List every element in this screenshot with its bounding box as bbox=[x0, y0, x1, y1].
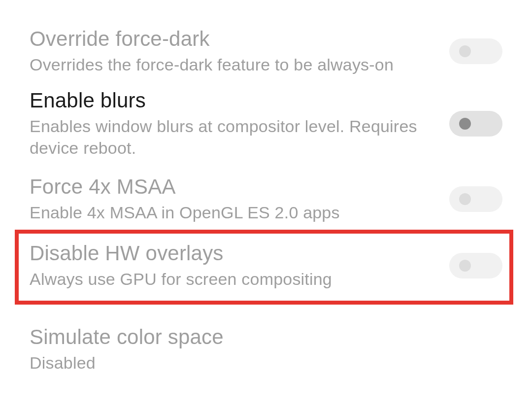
setting-row-enable-blurs[interactable]: Enable blurs Enables window blurs at com… bbox=[0, 89, 532, 159]
toggle-override-force-dark[interactable] bbox=[449, 38, 502, 64]
setting-title: Disable HW overlays bbox=[30, 242, 434, 265]
setting-subtitle: Disabled bbox=[30, 352, 502, 374]
toggle-force-4x-msaa[interactable] bbox=[449, 186, 502, 212]
setting-subtitle: Enables window blurs at compositor level… bbox=[30, 115, 434, 159]
setting-row-force-4x-msaa[interactable]: Force 4x MSAA Enable 4x MSAA in OpenGL E… bbox=[0, 175, 532, 223]
setting-text: Force 4x MSAA Enable 4x MSAA in OpenGL E… bbox=[30, 175, 434, 223]
setting-text: Enable blurs Enables window blurs at com… bbox=[30, 89, 434, 159]
toggle-knob bbox=[459, 45, 471, 57]
setting-subtitle: Always use GPU for screen compositing bbox=[30, 268, 434, 290]
setting-subtitle: Overrides the force-dark feature to be a… bbox=[30, 54, 434, 75]
setting-row-override-force-dark[interactable]: Override force-dark Overrides the force-… bbox=[0, 27, 532, 75]
setting-text: Override force-dark Overrides the force-… bbox=[30, 27, 434, 75]
toggle-enable-blurs[interactable] bbox=[449, 111, 502, 137]
toggle-knob bbox=[459, 260, 471, 272]
setting-title: Override force-dark bbox=[30, 27, 434, 51]
setting-text: Simulate color space Disabled bbox=[30, 325, 502, 374]
setting-title: Enable blurs bbox=[30, 89, 434, 112]
setting-text: Disable HW overlays Always use GPU for s… bbox=[30, 242, 434, 290]
toggle-knob bbox=[459, 118, 471, 130]
setting-title: Simulate color space bbox=[30, 325, 502, 349]
setting-title: Force 4x MSAA bbox=[30, 175, 434, 199]
toggle-disable-hw-overlays[interactable] bbox=[449, 253, 502, 278]
setting-row-disable-hw-overlays[interactable]: Disable HW overlays Always use GPU for s… bbox=[0, 242, 532, 290]
setting-row-simulate-color-space[interactable]: Simulate color space Disabled bbox=[0, 325, 532, 374]
setting-subtitle: Enable 4x MSAA in OpenGL ES 2.0 apps bbox=[30, 202, 434, 223]
toggle-knob bbox=[459, 193, 471, 205]
